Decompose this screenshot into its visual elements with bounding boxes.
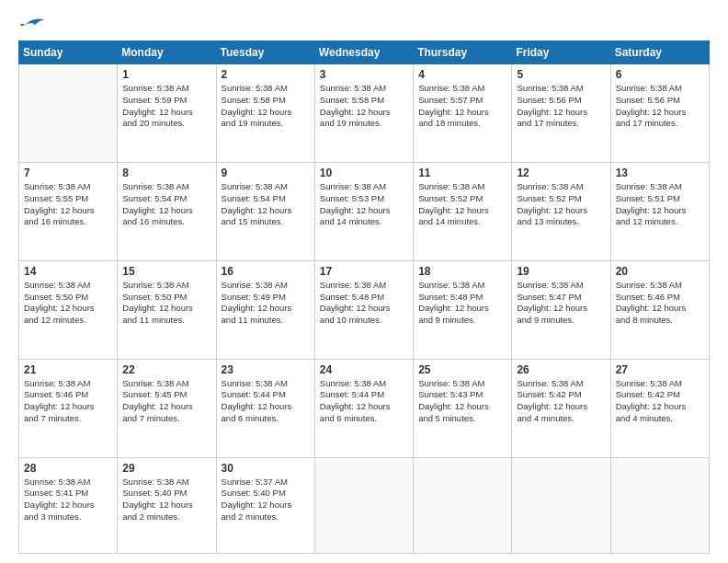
day-number: 15 bbox=[122, 265, 210, 278]
cell-info: Sunrise: 5:38 AMSunset: 5:56 PMDaylight:… bbox=[616, 83, 704, 130]
calendar-cell: 21Sunrise: 5:38 AMSunset: 5:46 PMDayligh… bbox=[19, 359, 118, 457]
calendar-cell: 30Sunrise: 5:37 AMSunset: 5:40 PMDayligh… bbox=[216, 457, 314, 554]
calendar-cell: 25Sunrise: 5:38 AMSunset: 5:43 PMDayligh… bbox=[414, 359, 512, 457]
cell-info: Sunrise: 5:38 AMSunset: 5:52 PMDaylight:… bbox=[418, 181, 506, 228]
day-number: 9 bbox=[222, 167, 310, 179]
cell-info: Sunrise: 5:38 AMSunset: 5:50 PMDaylight:… bbox=[122, 280, 210, 327]
cell-info: Sunrise: 5:38 AMSunset: 5:46 PMDaylight:… bbox=[24, 378, 112, 425]
cell-info: Sunrise: 5:38 AMSunset: 5:40 PMDaylight:… bbox=[122, 477, 210, 523]
calendar-cell: 7Sunrise: 5:38 AMSunset: 5:55 PMDaylight… bbox=[19, 162, 118, 260]
calendar-cell: 13Sunrise: 5:38 AMSunset: 5:51 PMDayligh… bbox=[610, 162, 709, 260]
day-number: 3 bbox=[320, 68, 408, 81]
day-number: 16 bbox=[222, 265, 310, 278]
day-number: 14 bbox=[24, 265, 112, 278]
calendar-cell: 10Sunrise: 5:38 AMSunset: 5:53 PMDayligh… bbox=[314, 162, 413, 260]
day-number: 2 bbox=[222, 68, 310, 81]
calendar-cell: 8Sunrise: 5:38 AMSunset: 5:54 PMDaylight… bbox=[118, 162, 216, 260]
calendar-week-row: 1Sunrise: 5:38 AMSunset: 5:59 PMDaylight… bbox=[19, 64, 710, 163]
header bbox=[18, 15, 710, 31]
cell-info: Sunrise: 5:38 AMSunset: 5:41 PMDaylight:… bbox=[24, 477, 112, 523]
calendar-cell: 3Sunrise: 5:38 AMSunset: 5:58 PMDaylight… bbox=[314, 64, 413, 163]
cell-info: Sunrise: 5:38 AMSunset: 5:44 PMDaylight:… bbox=[320, 378, 408, 425]
day-number: 25 bbox=[418, 363, 506, 376]
calendar-cell bbox=[512, 457, 610, 554]
calendar-cell: 22Sunrise: 5:38 AMSunset: 5:45 PMDayligh… bbox=[118, 359, 216, 457]
calendar-table: SundayMondayTuesdayWednesdayThursdayFrid… bbox=[18, 40, 710, 554]
cell-info: Sunrise: 5:38 AMSunset: 5:50 PMDaylight:… bbox=[24, 280, 112, 327]
day-number: 7 bbox=[24, 167, 112, 179]
calendar-cell: 29Sunrise: 5:38 AMSunset: 5:40 PMDayligh… bbox=[118, 457, 216, 554]
cell-info: Sunrise: 5:38 AMSunset: 5:56 PMDaylight:… bbox=[517, 83, 605, 130]
calendar-day-header: Saturday bbox=[610, 41, 709, 64]
cell-info: Sunrise: 5:38 AMSunset: 5:54 PMDaylight:… bbox=[122, 181, 210, 228]
calendar-week-row: 14Sunrise: 5:38 AMSunset: 5:50 PMDayligh… bbox=[19, 260, 710, 359]
calendar-cell: 16Sunrise: 5:38 AMSunset: 5:49 PMDayligh… bbox=[216, 260, 314, 359]
day-number: 27 bbox=[616, 363, 704, 376]
calendar-cell: 26Sunrise: 5:38 AMSunset: 5:42 PMDayligh… bbox=[512, 359, 610, 457]
calendar-cell: 2Sunrise: 5:38 AMSunset: 5:58 PMDaylight… bbox=[216, 64, 314, 163]
calendar-cell: 11Sunrise: 5:38 AMSunset: 5:52 PMDayligh… bbox=[414, 162, 512, 260]
calendar-cell: 15Sunrise: 5:38 AMSunset: 5:50 PMDayligh… bbox=[118, 260, 216, 359]
cell-info: Sunrise: 5:38 AMSunset: 5:55 PMDaylight:… bbox=[24, 181, 112, 228]
calendar-cell: 14Sunrise: 5:38 AMSunset: 5:50 PMDayligh… bbox=[19, 260, 118, 359]
calendar-cell: 9Sunrise: 5:38 AMSunset: 5:54 PMDaylight… bbox=[216, 162, 314, 260]
day-number: 1 bbox=[122, 68, 210, 81]
calendar-cell bbox=[19, 64, 118, 163]
logo bbox=[18, 15, 50, 31]
day-number: 18 bbox=[418, 265, 506, 278]
day-number: 30 bbox=[222, 462, 310, 475]
calendar-day-header: Monday bbox=[118, 41, 216, 64]
calendar-cell: 28Sunrise: 5:38 AMSunset: 5:41 PMDayligh… bbox=[19, 457, 118, 554]
cell-info: Sunrise: 5:38 AMSunset: 5:43 PMDaylight:… bbox=[418, 378, 506, 425]
cell-info: Sunrise: 5:38 AMSunset: 5:46 PMDaylight:… bbox=[616, 280, 704, 327]
cell-info: Sunrise: 5:38 AMSunset: 5:49 PMDaylight:… bbox=[222, 280, 310, 327]
calendar-cell bbox=[414, 457, 512, 554]
day-number: 12 bbox=[517, 167, 605, 179]
day-number: 5 bbox=[517, 68, 605, 81]
cell-info: Sunrise: 5:38 AMSunset: 5:59 PMDaylight:… bbox=[122, 83, 210, 130]
calendar-day-header: Thursday bbox=[414, 41, 512, 64]
day-number: 6 bbox=[616, 68, 704, 81]
calendar-day-header: Wednesday bbox=[314, 41, 413, 64]
day-number: 17 bbox=[320, 265, 408, 278]
calendar-week-row: 28Sunrise: 5:38 AMSunset: 5:41 PMDayligh… bbox=[19, 457, 710, 554]
calendar-week-row: 7Sunrise: 5:38 AMSunset: 5:55 PMDaylight… bbox=[19, 162, 710, 260]
cell-info: Sunrise: 5:38 AMSunset: 5:52 PMDaylight:… bbox=[517, 181, 605, 228]
day-number: 19 bbox=[517, 265, 605, 278]
day-number: 20 bbox=[616, 265, 704, 278]
cell-info: Sunrise: 5:38 AMSunset: 5:42 PMDaylight:… bbox=[616, 378, 704, 425]
logo-icon bbox=[18, 15, 46, 31]
cell-info: Sunrise: 5:38 AMSunset: 5:58 PMDaylight:… bbox=[222, 83, 310, 130]
calendar-cell bbox=[610, 457, 709, 554]
calendar-cell bbox=[314, 457, 413, 554]
cell-info: Sunrise: 5:38 AMSunset: 5:57 PMDaylight:… bbox=[418, 83, 506, 130]
calendar-cell: 1Sunrise: 5:38 AMSunset: 5:59 PMDaylight… bbox=[118, 64, 216, 163]
day-number: 21 bbox=[24, 363, 112, 376]
cell-info: Sunrise: 5:38 AMSunset: 5:48 PMDaylight:… bbox=[320, 280, 408, 327]
cell-info: Sunrise: 5:38 AMSunset: 5:58 PMDaylight:… bbox=[320, 83, 408, 130]
day-number: 24 bbox=[320, 363, 408, 376]
cell-info: Sunrise: 5:38 AMSunset: 5:45 PMDaylight:… bbox=[122, 378, 210, 425]
calendar-header-row: SundayMondayTuesdayWednesdayThursdayFrid… bbox=[19, 41, 710, 64]
calendar-day-header: Tuesday bbox=[216, 41, 314, 64]
day-number: 22 bbox=[122, 363, 210, 376]
day-number: 13 bbox=[616, 167, 704, 179]
day-number: 26 bbox=[517, 363, 605, 376]
calendar-day-header: Sunday bbox=[19, 41, 118, 64]
cell-info: Sunrise: 5:38 AMSunset: 5:54 PMDaylight:… bbox=[222, 181, 310, 228]
cell-info: Sunrise: 5:38 AMSunset: 5:42 PMDaylight:… bbox=[517, 378, 605, 425]
day-number: 11 bbox=[418, 167, 506, 179]
day-number: 29 bbox=[122, 462, 210, 475]
day-number: 28 bbox=[24, 462, 112, 475]
page: SundayMondayTuesdayWednesdayThursdayFrid… bbox=[0, 0, 728, 563]
cell-info: Sunrise: 5:37 AMSunset: 5:40 PMDaylight:… bbox=[222, 477, 310, 523]
calendar-cell: 23Sunrise: 5:38 AMSunset: 5:44 PMDayligh… bbox=[216, 359, 314, 457]
calendar-cell: 20Sunrise: 5:38 AMSunset: 5:46 PMDayligh… bbox=[610, 260, 709, 359]
calendar-cell: 18Sunrise: 5:38 AMSunset: 5:48 PMDayligh… bbox=[414, 260, 512, 359]
calendar-cell: 5Sunrise: 5:38 AMSunset: 5:56 PMDaylight… bbox=[512, 64, 610, 163]
cell-info: Sunrise: 5:38 AMSunset: 5:48 PMDaylight:… bbox=[418, 280, 506, 327]
calendar-week-row: 21Sunrise: 5:38 AMSunset: 5:46 PMDayligh… bbox=[19, 359, 710, 457]
day-number: 10 bbox=[320, 167, 408, 179]
calendar-cell: 12Sunrise: 5:38 AMSunset: 5:52 PMDayligh… bbox=[512, 162, 610, 260]
calendar-cell: 17Sunrise: 5:38 AMSunset: 5:48 PMDayligh… bbox=[314, 260, 413, 359]
